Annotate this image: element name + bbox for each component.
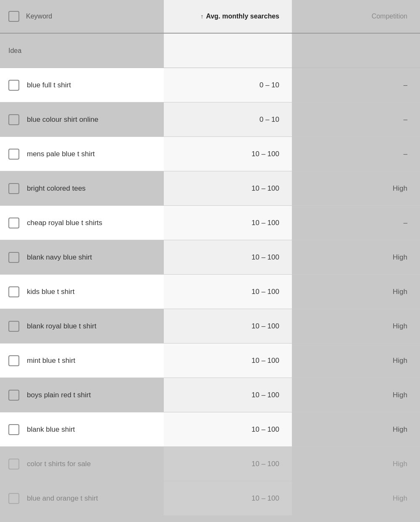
row-checkbox[interactable] xyxy=(8,321,19,332)
select-all-checkbox[interactable] xyxy=(8,11,19,22)
data-rows-container: blue full t shirt 0 – 10 – blue colour s… xyxy=(0,68,420,516)
searches-cell: 10 – 100 xyxy=(164,309,292,343)
keyword-cell: blue and orange t shirt xyxy=(0,481,164,515)
keyword-text: blank blue shirt xyxy=(27,425,75,434)
searches-cell: 10 – 100 xyxy=(164,137,292,171)
competition-cell: High xyxy=(292,275,420,309)
sort-arrow-icon: ↑ xyxy=(200,13,203,20)
row-checkbox[interactable] xyxy=(8,390,19,401)
competition-cell: High xyxy=(292,171,420,205)
table-row: blank royal blue t shirt 10 – 100 High xyxy=(0,309,420,344)
keyword-cell: blue colour shirt online xyxy=(0,102,164,136)
keyword-cell: blank navy blue shirt xyxy=(0,240,164,274)
keyword-cell: mint blue t shirt xyxy=(0,344,164,378)
searches-cell: 10 – 100 xyxy=(164,378,292,412)
table-row: blue and orange t shirt 10 – 100 High xyxy=(0,481,420,516)
competition-column-label: Competition xyxy=(372,13,407,20)
searches-cell: 10 – 100 xyxy=(164,206,292,240)
keyword-cell: boys plain red t shirt xyxy=(0,378,164,412)
competition-cell: – xyxy=(292,68,420,102)
table-row: cheap royal blue t shirts 10 – 100 – xyxy=(0,206,420,240)
table-row: boys plain red t shirt 10 – 100 High xyxy=(0,378,420,412)
keyword-cell: cheap royal blue t shirts xyxy=(0,206,164,240)
keyword-text: blue full t shirt xyxy=(27,81,71,89)
table-row: color t shirts for sale 10 – 100 High xyxy=(0,447,420,481)
searches-cell: 0 – 10 xyxy=(164,102,292,136)
keyword-text: cheap royal blue t shirts xyxy=(27,219,102,227)
searches-header-cell: ↑ Avg. monthly searches xyxy=(164,0,292,33)
competition-cell: – xyxy=(292,137,420,171)
row-checkbox[interactable] xyxy=(8,80,19,91)
row-checkbox[interactable] xyxy=(8,493,19,504)
table-header: Keyword ↑ Avg. monthly searches Competit… xyxy=(0,0,420,34)
idea-competition-cell xyxy=(292,34,420,68)
row-checkbox[interactable] xyxy=(8,459,19,470)
keyword-cell: blue full t shirt xyxy=(0,68,164,102)
keyword-text: boys plain red t shirt xyxy=(27,391,91,399)
table-row: kids blue t shirt 10 – 100 High xyxy=(0,275,420,309)
competition-cell: – xyxy=(292,102,420,136)
competition-header-cell: Competition xyxy=(292,0,420,33)
row-checkbox[interactable] xyxy=(8,424,19,435)
keyword-text: blue colour shirt online xyxy=(27,115,98,124)
row-checkbox[interactable] xyxy=(8,252,19,263)
keyword-cell: mens pale blue t shirt xyxy=(0,137,164,171)
table-row: mens pale blue t shirt 10 – 100 – xyxy=(0,137,420,171)
idea-label: Idea xyxy=(0,47,164,55)
keyword-table: Keyword ↑ Avg. monthly searches Competit… xyxy=(0,0,420,516)
keyword-text: kids blue t shirt xyxy=(27,288,74,296)
searches-cell: 10 – 100 xyxy=(164,481,292,515)
searches-cell: 10 – 100 xyxy=(164,412,292,446)
row-checkbox[interactable] xyxy=(8,286,19,297)
keyword-text: mint blue t shirt xyxy=(27,357,75,365)
keyword-text: blue and orange t shirt xyxy=(27,494,98,503)
row-checkbox[interactable] xyxy=(8,183,19,194)
searches-cell: 10 – 100 xyxy=(164,344,292,378)
searches-cell: 10 – 100 xyxy=(164,275,292,309)
idea-section-row: Idea xyxy=(0,34,420,68)
competition-cell: High xyxy=(292,412,420,446)
keyword-cell: kids blue t shirt xyxy=(0,275,164,309)
keyword-text: blank navy blue shirt xyxy=(27,253,92,262)
competition-cell: High xyxy=(292,309,420,343)
row-checkbox[interactable] xyxy=(8,355,19,366)
searches-cell: 10 – 100 xyxy=(164,447,292,481)
table-row: blue full t shirt 0 – 10 – xyxy=(0,68,420,102)
competition-cell: High xyxy=(292,481,420,515)
row-checkbox[interactable] xyxy=(8,218,19,228)
keyword-cell: blank blue shirt xyxy=(0,412,164,446)
idea-searches-cell xyxy=(164,34,292,68)
competition-cell: – xyxy=(292,206,420,240)
keyword-cell: blank royal blue t shirt xyxy=(0,309,164,343)
searches-cell: 10 – 100 xyxy=(164,171,292,205)
competition-cell: High xyxy=(292,240,420,274)
table-row: blue colour shirt online 0 – 10 – xyxy=(0,102,420,137)
keyword-column-label: Keyword xyxy=(26,13,52,20)
searches-cell: 10 – 100 xyxy=(164,240,292,274)
competition-cell: High xyxy=(292,378,420,412)
table-row: blank navy blue shirt 10 – 100 High xyxy=(0,240,420,275)
searches-column-label: Avg. monthly searches xyxy=(206,13,279,20)
keyword-text: bright colored tees xyxy=(27,184,86,193)
keyword-cell: color t shirts for sale xyxy=(0,447,164,481)
keyword-text: blank royal blue t shirt xyxy=(27,322,96,331)
table-row: mint blue t shirt 10 – 100 High xyxy=(0,344,420,378)
keyword-cell: bright colored tees xyxy=(0,171,164,205)
keyword-header-cell: Keyword xyxy=(0,11,164,22)
competition-cell: High xyxy=(292,447,420,481)
table-row: blank blue shirt 10 – 100 High xyxy=(0,412,420,447)
competition-cell: High xyxy=(292,344,420,378)
keyword-text: color t shirts for sale xyxy=(27,460,91,468)
table-row: bright colored tees 10 – 100 High xyxy=(0,171,420,206)
row-checkbox[interactable] xyxy=(8,114,19,125)
row-checkbox[interactable] xyxy=(8,149,19,160)
searches-cell: 0 – 10 xyxy=(164,68,292,102)
keyword-text: mens pale blue t shirt xyxy=(27,150,95,158)
